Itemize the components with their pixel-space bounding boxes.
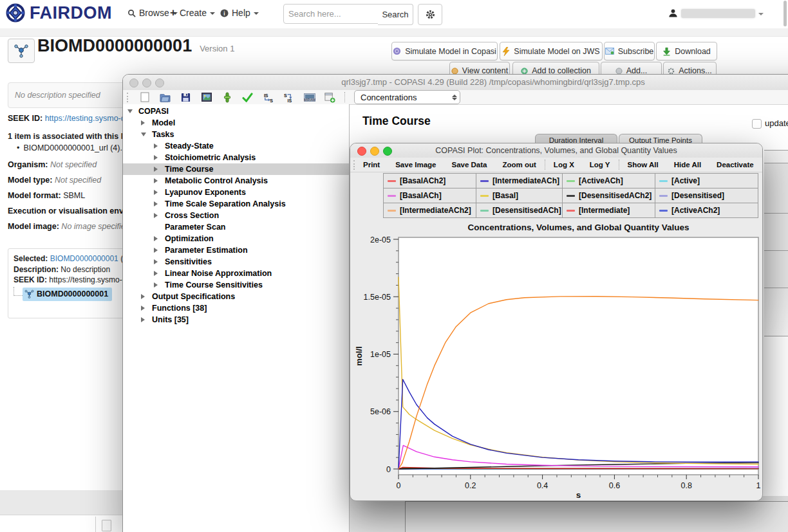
import-sbml-icon[interactable]: IS S xyxy=(262,91,274,103)
legend-cell-intermediate[interactable]: [Intermediate] xyxy=(563,203,655,218)
zoom-out-button[interactable]: Zoom out xyxy=(495,160,543,170)
plot-titlebar[interactable]: COPASI Plot: Concentrations, Volumes, an… xyxy=(350,143,762,158)
disclosure-triangle-icon[interactable] xyxy=(154,213,158,218)
minimize-traffic-light[interactable] xyxy=(142,78,151,87)
disclosure-triangle-icon[interactable] xyxy=(154,259,158,264)
export-image-icon[interactable] xyxy=(200,91,212,103)
legend-cell-intermediateach[interactable]: [IntermediateACh] xyxy=(476,174,563,188)
legend-cell-basalach2[interactable]: [BasalACh2] xyxy=(384,174,476,188)
tree-item-output-specifications[interactable]: Output Specifications xyxy=(123,291,349,302)
search-button[interactable]: Search xyxy=(378,4,413,25)
tree-item-lyapunov-exponents[interactable]: Lyapunov Exponents xyxy=(123,187,349,198)
minimize-traffic-light[interactable] xyxy=(370,147,379,156)
zoom-traffic-light[interactable] xyxy=(383,147,392,156)
disclosure-triangle-icon[interactable] xyxy=(141,133,146,136)
tree-item-linear-noise-approximation[interactable]: Linear Noise Approximation xyxy=(123,268,349,279)
toolbar-drag-handle[interactable] xyxy=(127,93,130,102)
tree-item-optimization[interactable]: Optimization xyxy=(123,233,349,244)
tree-item-steady-state[interactable]: Steady-State xyxy=(123,140,349,152)
toolbar-drag-handle[interactable] xyxy=(353,160,355,170)
open-file-icon[interactable] xyxy=(159,91,171,103)
save-icon[interactable] xyxy=(180,91,192,103)
nav-help[interactable]: i Help xyxy=(220,8,259,18)
disclosure-triangle-icon[interactable] xyxy=(154,143,158,149)
save-image-button[interactable]: Save Image xyxy=(388,160,443,170)
disclosure-triangle-icon[interactable] xyxy=(154,236,158,241)
settings-button[interactable] xyxy=(418,4,442,25)
zoom-traffic-light[interactable] xyxy=(155,78,164,87)
disclosure-triangle-icon[interactable] xyxy=(154,178,158,183)
miriam-icon[interactable]: MIRIAM xyxy=(303,91,315,103)
disclosure-triangle-icon[interactable] xyxy=(154,271,158,276)
actions-gear-icon xyxy=(668,68,675,75)
nav-create[interactable]: + Create xyxy=(170,8,215,18)
tree-item-units-35[interactable]: Units [35] xyxy=(123,314,349,326)
disclosure-triangle-icon[interactable] xyxy=(154,282,158,288)
log-x-button[interactable]: Log X xyxy=(547,160,581,170)
new-file-icon[interactable] xyxy=(138,91,151,103)
associated-item-bullet[interactable]: •BIOMD0000000001_url (4).xml xyxy=(17,143,135,153)
legend-cell-activeach[interactable]: [ActiveACh] xyxy=(563,174,655,188)
legend-cell-active[interactable]: [Active] xyxy=(655,174,758,188)
tree-item-metabolic-control-analysis[interactable]: Metabolic Control Analysis xyxy=(123,175,349,187)
legend-cell-basalach[interactable]: [BasalACh] xyxy=(384,188,476,203)
legend-cell-desensitisedach2[interactable]: [DesensitisedACh2] xyxy=(563,188,655,203)
disclosure-triangle-icon[interactable] xyxy=(141,306,145,311)
export-sbml-icon[interactable]: S IS xyxy=(283,91,295,103)
fairdom-logo[interactable]: FAIRDOM xyxy=(5,3,112,23)
log-y-button[interactable]: Log Y xyxy=(583,160,617,170)
tree-item-stoichiometric-analysis[interactable]: Stoichiometric Analysis xyxy=(123,152,349,163)
print-button[interactable]: Print xyxy=(356,160,387,170)
disclosure-triangle-icon[interactable] xyxy=(154,201,158,206)
update-model-checkbox[interactable] xyxy=(752,119,762,129)
model-tree-item[interactable]: BIOMD0000000001 xyxy=(14,288,112,301)
legend-cell-desensitisedach[interactable]: [DesensitisedACh] xyxy=(476,203,563,218)
page-scrollbar[interactable] xyxy=(783,1,787,26)
tree-item-sensitivities[interactable]: Sensitivities xyxy=(123,256,349,268)
tree-item-time-scale-separation-analysis[interactable]: Time Scale Separation Analysis xyxy=(123,198,349,210)
tree-item-time-course[interactable]: Time Course xyxy=(123,163,349,175)
tree-item-parameter-estimation[interactable]: Parameter Estimation xyxy=(123,244,349,256)
tree-item-functions-38[interactable]: Functions [38] xyxy=(123,302,349,314)
disclosure-triangle-icon[interactable] xyxy=(154,167,158,172)
deactivate-button[interactable]: Deactivate xyxy=(709,160,761,170)
selected-model-link[interactable]: BIOMD0000000001 xyxy=(50,254,118,263)
tree-item-cross-section[interactable]: Cross Section xyxy=(123,210,349,221)
download-button[interactable]: Download xyxy=(656,42,717,60)
tree-item-parameter-scan[interactable]: Parameter Scan xyxy=(123,221,349,233)
save-data-button[interactable]: Save Data xyxy=(445,160,494,170)
tree-item-model[interactable]: Model xyxy=(123,117,349,129)
tree-item-copasi[interactable]: COPASI xyxy=(123,105,349,117)
plot-area[interactable] xyxy=(399,237,758,475)
disclosure-triangle-icon[interactable] xyxy=(154,248,158,253)
check-icon[interactable] xyxy=(241,91,254,103)
legend-cell-basal[interactable]: [Basal] xyxy=(476,188,563,203)
new-window-icon[interactable] xyxy=(324,91,336,103)
legend-cell-activeach2[interactable]: [ActiveACh2] xyxy=(655,203,758,218)
copasi-titlebar[interactable]: qrl3sjg7.tmp - COPASI 4.29 (Build 228) /… xyxy=(123,75,788,91)
object-view-dropdown[interactable]: Concentrations xyxy=(354,90,460,104)
disclosure-triangle-icon[interactable] xyxy=(154,155,158,160)
simulate-jws-button[interactable]: Simulate Model on JWS xyxy=(500,42,603,60)
close-traffic-light[interactable] xyxy=(357,147,366,156)
disclosure-triangle-icon[interactable] xyxy=(141,317,145,322)
legend-cell-intermediateach2[interactable]: [IntermediateACh2] xyxy=(384,203,476,218)
timecourse-chart[interactable]: Concentrations, Volumes, and Global Quan… xyxy=(350,217,762,500)
disclosure-triangle-icon[interactable] xyxy=(141,120,145,125)
simulate-copasi-button[interactable]: Simulate Model in Copasi xyxy=(391,42,498,60)
disclosure-triangle-icon[interactable] xyxy=(141,294,145,299)
tree-item-time-course-sensitivities[interactable]: Time Course Sensitivities xyxy=(123,279,349,291)
show-all-button[interactable]: Show All xyxy=(621,160,666,170)
hide-all-button[interactable]: Hide All xyxy=(667,160,708,170)
slider-icon[interactable] xyxy=(221,91,233,103)
search-input[interactable]: Search here... xyxy=(283,4,379,24)
user-menu[interactable] xyxy=(668,8,764,19)
disclosure-triangle-icon[interactable] xyxy=(154,190,158,195)
disclosure-triangle-icon[interactable] xyxy=(127,109,133,113)
tree-item-label: Functions [38] xyxy=(152,304,207,313)
tree-item-tasks[interactable]: Tasks xyxy=(123,129,349,140)
chevron-down-icon xyxy=(210,12,215,15)
legend-cell-desensitised[interactable]: [Desensitised] xyxy=(655,188,758,203)
close-traffic-light[interactable] xyxy=(129,78,138,87)
subscribe-button[interactable]: Subscribe xyxy=(604,42,655,60)
